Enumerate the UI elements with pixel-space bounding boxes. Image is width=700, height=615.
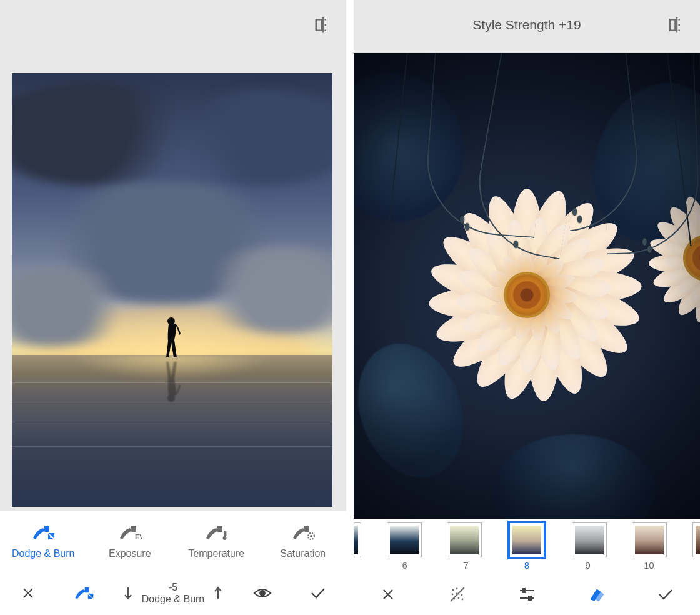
- style-label: 10: [631, 560, 666, 571]
- svg-point-30: [458, 598, 460, 599]
- style-thumb-10[interactable]: [632, 522, 667, 558]
- swatch-button[interactable]: [561, 574, 631, 615]
- decrease-icon[interactable]: [123, 586, 133, 601]
- tool-dodge-burn[interactable]: ± Dodge & Burn: [0, 511, 87, 572]
- svg-rect-36: [529, 596, 531, 600]
- style-label: 8: [509, 560, 544, 571]
- increase-icon[interactable]: [213, 586, 223, 601]
- tool-label: Saturation: [280, 548, 326, 559]
- style-label: 7: [448, 560, 483, 571]
- style-thumb-7[interactable]: [447, 522, 482, 558]
- tool-exposure[interactable]: EV Exposure: [87, 511, 174, 572]
- compare-icon[interactable]: [668, 16, 686, 34]
- svg-point-31: [462, 599, 464, 601]
- texture-button[interactable]: [423, 574, 492, 615]
- style-label: [692, 560, 700, 571]
- svg-rect-4: [44, 526, 49, 532]
- svg-point-26: [452, 594, 454, 596]
- adjustment-title: Style Strength +19: [472, 18, 581, 32]
- bottom-bar-left: -5 Dodge & Burn: [0, 571, 346, 615]
- svg-rect-15: [304, 526, 309, 532]
- apply-button[interactable]: [631, 574, 700, 615]
- svg-point-20: [260, 591, 265, 596]
- svg-text:EV: EV: [135, 533, 142, 541]
- topbar-right: Style Strength +19: [354, 0, 700, 50]
- sliders-button[interactable]: [492, 574, 562, 615]
- brush-value-label: -5 Dodge & Burn: [142, 581, 205, 605]
- style-thumb-8[interactable]: [508, 521, 546, 559]
- tool-saturation[interactable]: Saturation: [260, 511, 347, 572]
- svg-point-28: [461, 594, 463, 596]
- brush-type-row: ± Dodge & Burn EV Exposure Temperature S…: [0, 511, 346, 572]
- svg-rect-7: [131, 526, 136, 532]
- brush-value-stepper[interactable]: -5 Dodge & Burn: [112, 581, 235, 605]
- preview-button[interactable]: [234, 587, 290, 599]
- cancel-button[interactable]: [354, 574, 423, 615]
- style-thumb-11[interactable]: [692, 522, 700, 558]
- style-thumb-5[interactable]: [354, 522, 361, 558]
- tool-label: Exposure: [109, 548, 151, 559]
- screen-style-picker: Style Strength +19: [354, 0, 700, 615]
- bottom-bar-right: [354, 574, 700, 615]
- tool-label: Dodge & Burn: [12, 548, 75, 559]
- brush-settings-button[interactable]: [56, 584, 111, 602]
- style-thumbnail-strip[interactable]: 678910: [354, 519, 700, 574]
- svg-rect-18: [85, 588, 89, 593]
- image-canvas[interactable]: [12, 73, 332, 507]
- image-canvas[interactable]: [354, 53, 700, 519]
- style-label: 6: [388, 560, 422, 571]
- style-label: 9: [571, 560, 606, 571]
- tool-temperature[interactable]: Temperature: [173, 511, 260, 572]
- style-label: [354, 560, 361, 571]
- svg-rect-0: [316, 19, 322, 31]
- svg-text:±: ±: [50, 534, 53, 539]
- screen-brush-edit: ± Dodge & Burn EV Exposure Temperature S…: [0, 0, 346, 615]
- style-thumb-6[interactable]: [387, 522, 422, 558]
- subject-silhouette: [162, 316, 181, 360]
- svg-point-24: [456, 588, 458, 590]
- compare-icon[interactable]: [314, 16, 332, 34]
- cancel-button[interactable]: [0, 586, 56, 601]
- svg-rect-10: [224, 531, 226, 537]
- tool-label: Temperature: [188, 548, 244, 559]
- apply-button[interactable]: [291, 587, 346, 599]
- svg-point-17: [310, 535, 312, 538]
- svg-rect-35: [522, 589, 525, 592]
- svg-rect-9: [218, 526, 222, 532]
- style-thumb-9[interactable]: [572, 522, 607, 558]
- svg-point-11: [223, 536, 227, 540]
- svg-point-23: [452, 589, 454, 591]
- svg-rect-21: [670, 19, 676, 31]
- topbar-left: [0, 0, 346, 50]
